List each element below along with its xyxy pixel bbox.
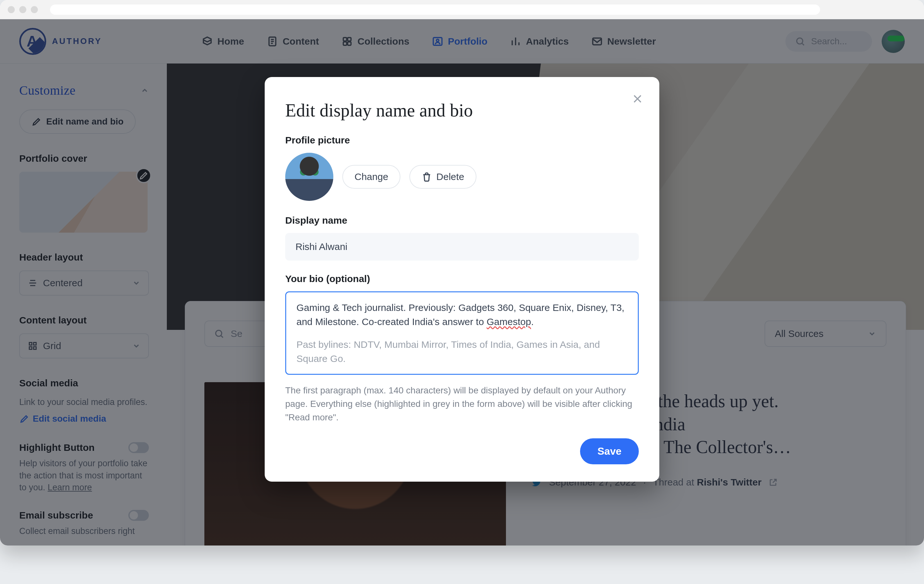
close-icon [632,93,643,105]
traffic-lights [8,6,38,13]
delete-picture-button[interactable]: Delete [409,165,477,189]
profile-picture-label: Profile picture [285,135,639,146]
button-label: Change [355,172,388,182]
save-button[interactable]: Save [580,438,639,464]
close-modal-button[interactable] [630,92,645,106]
display-name-label: Display name [285,215,639,226]
minimize-window-icon[interactable] [19,6,26,13]
profile-picture-row: Change Delete [285,153,639,201]
bio-paragraph-1: Gaming & Tech journalist. Previously: Ga… [297,301,627,328]
modal-title: Edit display name and bio [285,100,639,120]
app-frame: A AUTHORY Home Content [0,19,924,546]
button-label: Delete [436,172,464,182]
bio-help-text: The first paragraph (max. 140 characters… [285,384,639,424]
edit-profile-modal: Edit display name and bio Profile pictur… [265,77,659,482]
browser-titlebar [0,0,924,19]
trash-icon [422,172,432,182]
maximize-window-icon[interactable] [31,6,38,13]
bio-textarea[interactable]: Gaming & Tech journalist. Previously: Ga… [285,291,639,375]
profile-picture [285,153,333,201]
browser-url-bar[interactable] [50,5,820,15]
modal-footer: Save [285,438,639,464]
change-picture-button[interactable]: Change [342,165,400,189]
button-label: Save [597,445,622,457]
display-name-input[interactable] [285,233,639,261]
bio-paragraph-2: Past bylines: NDTV, Mumbai Mirror, Times… [297,338,627,366]
bio-label: Your bio (optional) [285,273,639,284]
browser-window: A AUTHORY Home Content [0,0,924,546]
close-window-icon[interactable] [8,6,15,13]
spellcheck-squiggle: Gamestop [487,317,531,327]
